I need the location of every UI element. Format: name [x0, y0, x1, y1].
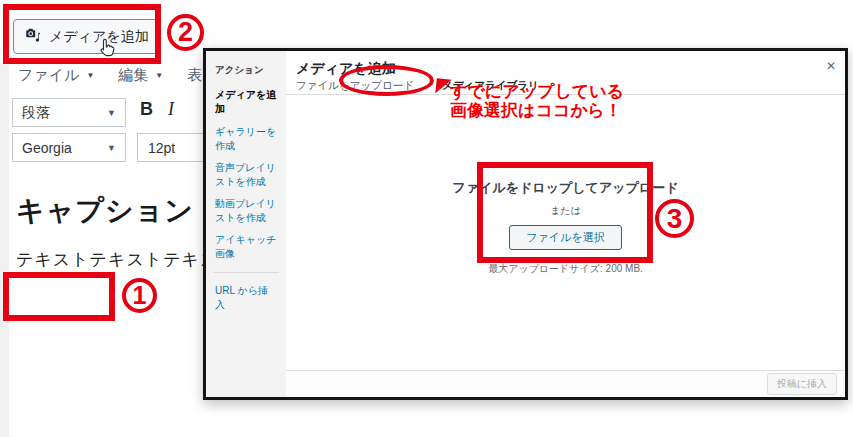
caret-down-icon: ▼	[107, 108, 116, 118]
annotation-callout: すでにアップしている 画像選択はココから！	[450, 82, 624, 120]
caption-heading: キャプション	[16, 192, 194, 230]
annotation-ellipse-media-library	[339, 65, 434, 96]
annotation-callout-line2: 画像選択はココから！	[450, 101, 624, 120]
annotation-step-1: 1	[122, 278, 157, 313]
editor-menubar: ファイル ▼ 編集 ▼ 表示	[18, 66, 217, 85]
max-upload-size-label: 最大アップロードサイズ: 200 MB.	[286, 262, 845, 276]
annotation-step-3: 3	[655, 199, 694, 238]
annotation-box-dropzone	[477, 162, 653, 263]
menu-file[interactable]: ファイル ▼	[18, 66, 94, 85]
annotation-box-add-media	[3, 4, 161, 64]
sidebar-divider	[213, 272, 279, 273]
font-family-select[interactable]: Georgia ▼	[12, 133, 126, 162]
insert-into-post-button[interactable]: 投稿に挿入	[767, 373, 837, 395]
annotation-box-empty-line	[3, 272, 115, 321]
body-text: テキストテキストテキス	[16, 248, 218, 271]
page-background-strip	[0, 63, 9, 437]
sidebar-item-create-video-playlist[interactable]: 動画プレイリストを作成	[215, 197, 277, 225]
menu-edit-label: 編集	[118, 66, 148, 85]
bold-button[interactable]: B	[140, 99, 153, 120]
menu-edit[interactable]: 編集 ▼	[118, 66, 163, 85]
sidebar-section-label: アクション	[215, 64, 277, 77]
close-icon[interactable]: ✕	[826, 59, 836, 73]
italic-button[interactable]: I	[168, 99, 174, 120]
menu-file-label: ファイル	[18, 66, 79, 85]
caret-down-icon: ▼	[86, 71, 94, 80]
sidebar-item-featured-image[interactable]: アイキャッチ画像	[215, 233, 277, 261]
annotation-step-2: 2	[167, 14, 204, 51]
caret-down-icon: ▼	[107, 143, 116, 153]
modal-footer: 投稿に挿入	[286, 370, 845, 397]
paragraph-style-select[interactable]: 段落 ▼	[12, 98, 126, 127]
caret-down-icon: ▼	[155, 71, 163, 80]
font-size-value: 12pt	[148, 140, 175, 156]
modal-sidebar: アクション メディアを追加 ギャラリーを作成 音声プレイリストを作成 動画プレイ…	[206, 51, 286, 397]
sidebar-item-insert-from-url[interactable]: URL から挿入	[215, 284, 277, 312]
wordpress-editor-screenshot: メディアを追加 ファイル ▼ 編集 ▼ 表示 段落 ▼ B I Georgia …	[0, 0, 853, 437]
annotation-callout-line1: すでにアップしている	[450, 82, 624, 101]
sidebar-item-create-audio-playlist[interactable]: 音声プレイリストを作成	[215, 161, 277, 189]
sidebar-item-create-gallery[interactable]: ギャラリーを作成	[215, 125, 277, 153]
font-family-value: Georgia	[22, 140, 72, 156]
sidebar-item-add-media[interactable]: メディアを追加	[215, 88, 277, 116]
font-size-select[interactable]: 12pt	[137, 133, 207, 162]
paragraph-style-value: 段落	[22, 104, 50, 122]
